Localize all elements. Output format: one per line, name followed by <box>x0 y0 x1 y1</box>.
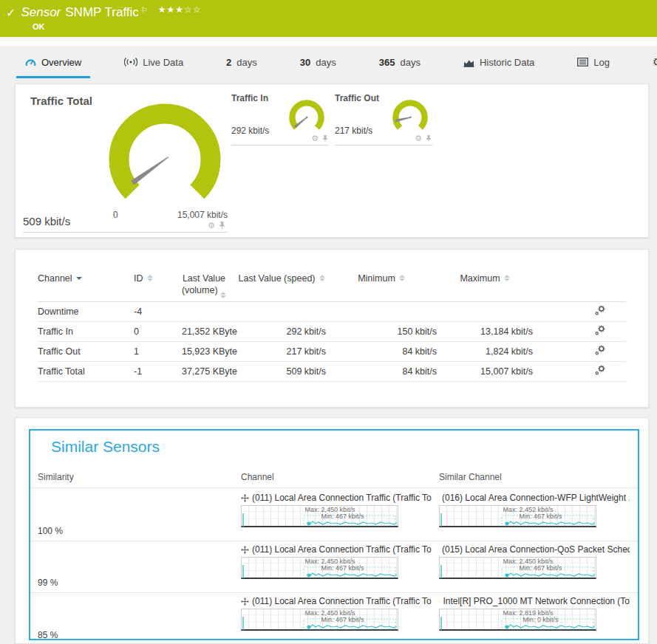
sensor-title: SNMP Traffic <box>65 5 139 20</box>
minigraph-min-label: Min: 0 kbit/s <box>440 616 596 623</box>
channel-volume: 21,352 KByte <box>171 326 237 337</box>
channel-link[interactable]: (011) Local Area Connection Traffic (Tra… <box>241 596 432 606</box>
channel-settings-gears-icon[interactable] <box>594 305 605 316</box>
header-divider <box>0 37 657 46</box>
similar-channel-link[interactable]: (016) Local Area Connection-WFP LightWei… <box>439 493 630 503</box>
channel-link[interactable]: (011) Local Area Connection Traffic (Tra… <box>241 493 432 503</box>
flag-icon[interactable]: ⚐ <box>141 6 148 14</box>
gauge-icon <box>25 58 36 67</box>
main-gauge-label: Traffic Total <box>30 95 92 107</box>
col-header-channel[interactable]: Channel <box>38 273 134 285</box>
log-icon <box>577 58 588 66</box>
similarity-value: 100 % <box>38 526 241 541</box>
tab-historic-data[interactable]: Historic Data <box>455 46 543 78</box>
sort-icon <box>147 275 153 287</box>
pin-icon[interactable] <box>425 134 432 143</box>
table-row-traffic-total: Traffic Total -1 37,275 KByte 509 kbit/s… <box>38 362 626 382</box>
col-header-maximum[interactable]: Maximum <box>437 273 533 285</box>
traffic-in-block: Traffic In 292 kbit/s ⚙ <box>231 93 329 148</box>
traffic-in-value: 292 kbit/s <box>231 126 269 136</box>
gauge-settings-gear-icon[interactable]: ⚙ <box>415 134 422 143</box>
similar-sensors-title: Similar Sensors <box>51 438 160 456</box>
channel-table: Channel ID Last Value(volume) Last Value… <box>16 250 648 382</box>
move-icon <box>241 494 249 502</box>
similar-sensors-header-row: Similarity Channel Similar Channel <box>30 472 638 488</box>
channel-min: 150 kbit/s <box>326 326 437 337</box>
channel-volume: 15,923 KByte <box>171 346 237 357</box>
channel-max: 1,824 kbit/s <box>437 346 533 357</box>
channel-speed: 509 kbit/s <box>237 366 326 377</box>
traffic-out-block: Traffic Out 217 kbit/s ⚙ <box>335 93 432 148</box>
similar-row-2: 99 % (011) Local Area Connection Traffic… <box>30 541 638 593</box>
tab-365-days[interactable]: 365 days <box>370 46 429 78</box>
traffic-in-gauge <box>286 97 327 138</box>
minigraph-min-label: Min: 467 kbit/s <box>242 564 398 572</box>
gauge-settings-gear-icon[interactable]: ⚙ <box>208 222 215 230</box>
minigraph-min-label: Min: 467 kbit/s <box>242 513 398 520</box>
status-ok-check-icon: ✓ <box>6 6 16 20</box>
tab-label-number: 30 <box>300 57 310 68</box>
pin-icon[interactable] <box>321 134 329 143</box>
tab-label: days <box>316 57 336 68</box>
sort-desc-icon <box>76 275 82 287</box>
gauge-max-label: 15,007 kbit/s <box>149 210 228 220</box>
traffic-out-gauge <box>389 97 431 138</box>
tab-live-data[interactable]: Live Data <box>115 46 192 78</box>
channel-max: 13,184 kbit/s <box>437 326 533 337</box>
channel-settings-gears-icon[interactable] <box>594 345 605 356</box>
gauge-min-label: 0 <box>113 210 118 220</box>
channel-volume: 37,275 KByte <box>171 366 237 377</box>
tab-overview[interactable]: Overview <box>16 46 90 78</box>
pin-icon[interactable] <box>218 221 226 230</box>
historic-data-icon <box>463 58 474 67</box>
gauges-panel: Traffic Total 0 15,007 kbit/s 509 kbit/s… <box>15 83 649 238</box>
channel-name[interactable]: Traffic Out <box>38 346 134 357</box>
channel-min: 84 kbit/s <box>326 366 437 377</box>
object-kind-label: Sensor <box>21 5 61 20</box>
sensor-header: ✓ Sensor SNMP Traffic ⚐ ★★★☆☆ OK <box>0 0 657 37</box>
tab-label: Historic Data <box>480 57 534 68</box>
similar-channel-minigraph: Max: 2,819 kbit/s Min: 0 kbit/s <box>439 609 596 631</box>
tab-30-days[interactable]: 30 days <box>291 46 345 78</box>
col-header-id[interactable]: ID <box>134 273 171 285</box>
channel-id: 1 <box>134 346 171 357</box>
tab-label: Live Data <box>143 57 183 68</box>
similar-channel-minigraph: Max: 2,450 kbit/s Min: 467 kbit/s <box>439 557 596 579</box>
channel-id: -1 <box>134 366 171 377</box>
similarity-value: 85 % <box>38 630 241 640</box>
channel-link[interactable]: (011) Local Area Connection Traffic (Tra… <box>241 544 432 555</box>
channel-settings-gears-icon[interactable] <box>594 325 605 336</box>
similar-channel-link[interactable]: Intel[R] PRO_1000 MT Network Connection … <box>439 596 630 606</box>
priority-stars[interactable]: ★★★☆☆ <box>158 4 202 15</box>
channel-settings-gears-icon[interactable] <box>594 365 605 376</box>
gauge-settings-gear-icon[interactable]: ⚙ <box>311 134 319 143</box>
tab-2-days[interactable]: 2 days <box>217 46 266 78</box>
traffic-out-value: 217 kbit/s <box>335 126 372 136</box>
similar-channel-link[interactable]: (015) Local Area Connection-QoS Packet S… <box>439 544 630 555</box>
channel-min: 84 kbit/s <box>326 346 437 357</box>
col-header-minimum[interactable]: Minimum <box>326 273 437 285</box>
tab-settings[interactable]: ⚙ Settings <box>644 46 657 78</box>
channel-id: -4 <box>134 306 171 317</box>
traffic-total-value: 509 kbit/s <box>23 215 70 227</box>
col-header-last-value-speed[interactable]: Last Value (speed) <box>237 273 326 285</box>
gear-icon: ⚙ <box>653 55 657 69</box>
tab-log[interactable]: Log <box>568 46 619 78</box>
channel-table-panel: Channel ID Last Value(volume) Last Value… <box>15 249 649 408</box>
channel-name[interactable]: Traffic Total <box>38 366 134 377</box>
tab-label: days <box>236 57 256 68</box>
channel-name[interactable]: Downtime <box>38 306 134 317</box>
live-data-icon <box>124 58 137 66</box>
sort-icon <box>220 292 226 298</box>
col-header-last-value-volume[interactable]: Last Value(volume) <box>171 273 237 297</box>
tab-label-number: 2 <box>226 57 231 68</box>
table-row-downtime: Downtime -4 <box>38 302 626 322</box>
traffic-total-gauge <box>106 100 224 219</box>
channel-name[interactable]: Traffic In <box>38 326 134 337</box>
minigraph-min-label: Min: 467 kbit/s <box>440 564 596 572</box>
divider <box>335 145 432 145</box>
similar-channel-minigraph: Max: 2,452 kbit/s Min: 467 kbit/s <box>439 505 596 527</box>
channel-max: 15,007 kbit/s <box>437 366 533 377</box>
col-header-channel: Channel <box>241 472 439 482</box>
col-header-similarity: Similarity <box>38 472 241 482</box>
